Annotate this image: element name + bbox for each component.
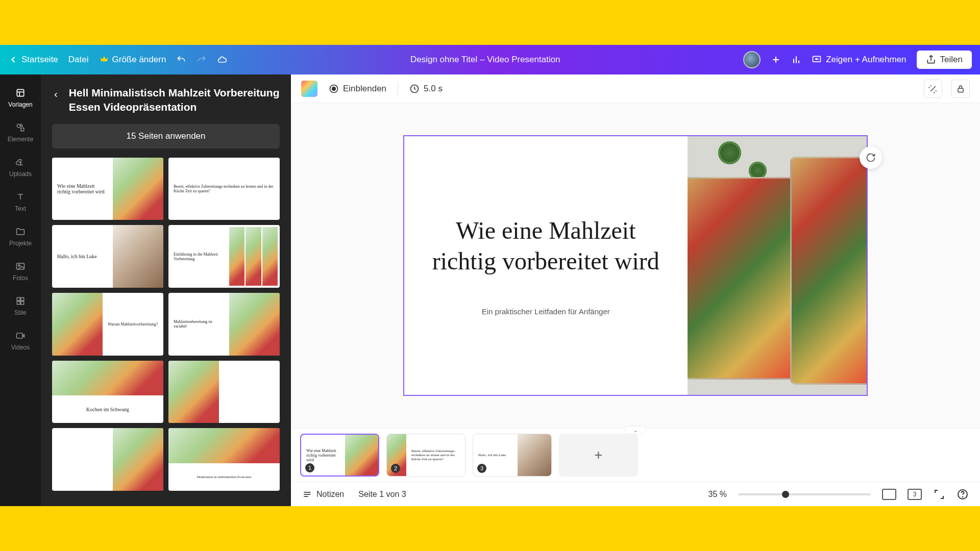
- chevron-left-icon: [8, 55, 18, 65]
- slide-text-area[interactable]: Wie eine Mahlzeit richtig vorbereitet wi…: [404, 136, 688, 395]
- home-button[interactable]: Startseite: [8, 55, 58, 65]
- folder-icon: [15, 227, 26, 237]
- apply-all-button[interactable]: 15 Seiten anwenden: [52, 124, 280, 148]
- styles-icon: [15, 296, 26, 306]
- template-thumb[interactable]: Warum Mahlzeitvorbereitung?: [52, 293, 163, 356]
- undo-button[interactable]: [176, 55, 186, 65]
- zoom-handle[interactable]: [782, 491, 789, 498]
- share-icon: [926, 55, 936, 65]
- transition-icon: [329, 84, 339, 94]
- svg-rect-19: [21, 297, 24, 300]
- redo-icon: [197, 55, 207, 65]
- svg-rect-20: [17, 302, 20, 305]
- elements-icon: [15, 122, 26, 133]
- divider: [398, 82, 398, 96]
- template-thumb[interactable]: Mahlzeitzubereitung ist variabel: [168, 293, 280, 356]
- undo-icon: [176, 55, 186, 65]
- rail-styles[interactable]: Stile: [0, 289, 41, 323]
- svg-rect-27: [958, 88, 963, 92]
- page-count-button[interactable]: 3: [908, 489, 922, 500]
- rail-text[interactable]: Text: [0, 185, 41, 219]
- template-thumbs: Wie eine Mahlzeit richtig vorbereitet wi…: [52, 158, 280, 491]
- avatar[interactable]: [743, 51, 761, 68]
- cloud-sync-button[interactable]: [217, 55, 227, 65]
- lock-button[interactable]: [951, 80, 970, 98]
- templates-icon: [15, 88, 26, 98]
- analytics-button[interactable]: [791, 55, 801, 65]
- timeline-thumb[interactable]: Hallo, ich bin Luke 3: [473, 434, 552, 477]
- template-thumb[interactable]: [168, 361, 280, 423]
- videos-icon: [15, 331, 26, 341]
- add-slide-button[interactable]: +: [559, 434, 638, 477]
- present-button[interactable]: Zeigen + Aufnehmen: [812, 55, 906, 65]
- share-button[interactable]: Teilen: [917, 51, 972, 69]
- template-thumb[interactable]: Einführung in die Mahlzeit Vorbereitung: [168, 225, 280, 288]
- document-title[interactable]: Design ohne Titel – Video Presentation: [237, 55, 733, 65]
- rail-videos[interactable]: Videos: [0, 323, 41, 358]
- rail-photos[interactable]: Fotos: [0, 254, 41, 289]
- template-thumb[interactable]: [52, 428, 163, 491]
- template-thumb[interactable]: Bereit, effektive Zubereitungs-techniken…: [168, 158, 280, 220]
- color-picker[interactable]: [301, 81, 317, 97]
- magic-button[interactable]: [924, 80, 942, 98]
- template-title: Hell Minimalistisch Mahlzeit Vorbereitun…: [69, 86, 280, 115]
- fullscreen-button[interactable]: [933, 488, 945, 500]
- notes-icon: [302, 489, 312, 499]
- svg-marker-6: [816, 59, 818, 60]
- svg-rect-8: [17, 89, 23, 96]
- rail-templates[interactable]: Vorlagen: [0, 81, 41, 115]
- slide[interactable]: Wie eine Mahlzeit richtig vorbereitet wi…: [403, 135, 868, 396]
- refresh-button[interactable]: [860, 146, 882, 169]
- play-icon: [812, 55, 822, 65]
- svg-rect-12: [21, 128, 24, 131]
- page-indicator[interactable]: Seite 1 von 3: [358, 490, 406, 499]
- text-icon: [15, 192, 26, 202]
- svg-rect-18: [17, 297, 20, 300]
- template-thumb[interactable]: Kochen im Schwung: [52, 361, 163, 423]
- notes-button[interactable]: Notizen: [302, 489, 344, 499]
- photos-icon: [15, 261, 26, 271]
- slide-image[interactable]: [688, 136, 867, 395]
- home-label: Startseite: [21, 55, 58, 65]
- transition-button[interactable]: Einblenden: [329, 84, 386, 94]
- svg-rect-21: [21, 302, 24, 305]
- plus-icon: [771, 55, 781, 65]
- slide-headline[interactable]: Wie eine Mahlzeit richtig vorbereitet wi…: [425, 215, 667, 277]
- back-button[interactable]: [52, 89, 60, 101]
- clock-icon: [409, 84, 420, 94]
- timeline: Wie eine Mahlzeit richtig vorbereitet wi…: [291, 428, 980, 482]
- redo-button[interactable]: [197, 55, 207, 65]
- template-thumb[interactable]: Hallo, ich bin Luke: [52, 225, 163, 288]
- rail-elements[interactable]: Elemente: [0, 115, 41, 150]
- slide-subtitle[interactable]: Ein praktischer Leitfaden für Anfänger: [482, 307, 610, 316]
- canvas-stage[interactable]: Wie eine Mahlzeit richtig vorbereitet wi…: [291, 103, 980, 428]
- plus-icon: +: [594, 447, 602, 463]
- file-menu[interactable]: Datei: [68, 55, 89, 65]
- slide-number-badge: 3: [477, 464, 486, 473]
- collapse-timeline-button[interactable]: ⌄: [625, 426, 646, 434]
- chart-icon: [791, 55, 801, 65]
- zoom-value[interactable]: 35 %: [708, 490, 727, 499]
- wand-icon: [928, 84, 938, 94]
- refresh-icon: [866, 153, 876, 163]
- timeline-thumb[interactable]: Wie eine Mahlzeit richtig vorbereitet wi…: [300, 434, 379, 477]
- template-thumb[interactable]: Mahlzeiten in individuellen Portionen: [168, 428, 280, 491]
- status-bar: Notizen Seite 1 von 3 35 % 3: [291, 482, 980, 506]
- duration-button[interactable]: 5.0 s: [409, 84, 443, 94]
- help-button[interactable]: [957, 488, 969, 500]
- templates-panel: Hell Minimalistisch Mahlzeit Vorbereitun…: [41, 74, 291, 506]
- svg-point-32: [963, 496, 963, 497]
- rail-projects[interactable]: Projekte: [0, 219, 41, 254]
- template-thumb[interactable]: Wie eine Mahlzeit richtig vorbereitet wi…: [52, 158, 163, 220]
- add-member-button[interactable]: [771, 55, 781, 65]
- svg-rect-16: [17, 263, 24, 269]
- resize-button[interactable]: Größe ändern: [99, 55, 166, 65]
- timeline-thumb[interactable]: Bereit, effektive Zubereitungs-techniken…: [386, 434, 465, 477]
- cloud-icon: [217, 55, 227, 65]
- svg-point-25: [332, 87, 336, 90]
- slide-number-badge: 1: [305, 463, 314, 472]
- rail-uploads[interactable]: Uploads: [0, 150, 41, 185]
- grid-view-button[interactable]: [882, 489, 896, 500]
- uploads-icon: [15, 157, 26, 167]
- zoom-slider[interactable]: [738, 493, 871, 495]
